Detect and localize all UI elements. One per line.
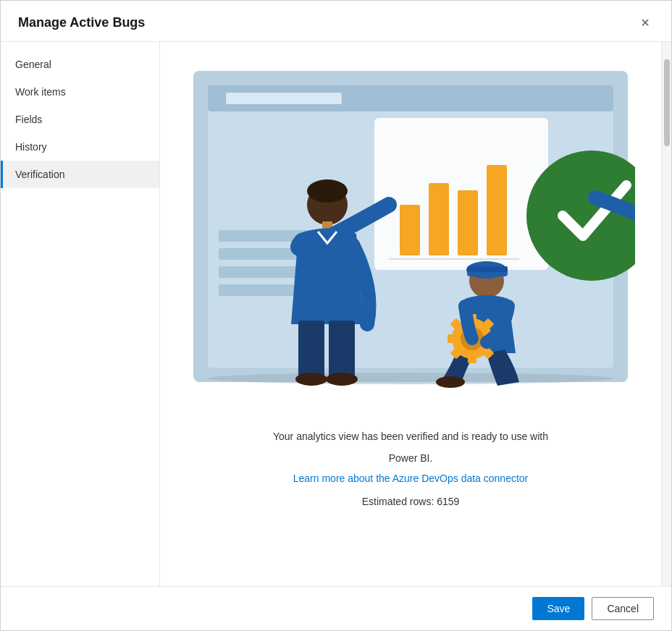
dialog-body: General Work items Fields History Verifi…	[1, 42, 671, 586]
svg-rect-19	[298, 321, 324, 378]
svg-point-22	[326, 373, 358, 386]
svg-rect-9	[400, 205, 420, 255]
close-button[interactable]: ×	[637, 14, 654, 31]
svg-rect-10	[429, 183, 449, 255]
svg-point-15	[208, 373, 613, 384]
estimated-rows-text: Estimated rows: 6159	[362, 496, 460, 507]
verification-illustration	[186, 64, 635, 411]
svg-rect-11	[458, 190, 478, 255]
sidebar-item-history[interactable]: History	[1, 133, 159, 161]
scrollbar[interactable]	[661, 42, 671, 586]
learn-more-link[interactable]: Learn more about the Azure DevOps data c…	[293, 473, 529, 484]
verification-text-line2: Power BI.	[389, 450, 433, 466]
dialog-title: Manage Active Bugs	[18, 15, 145, 30]
dialog-footer: Save Cancel	[1, 586, 671, 630]
sidebar-item-fields[interactable]: Fields	[1, 106, 159, 133]
svg-rect-34	[448, 334, 456, 343]
dialog-header: Manage Active Bugs ×	[1, 1, 671, 42]
cancel-button[interactable]: Cancel	[592, 597, 654, 620]
sidebar-item-general[interactable]: General	[1, 51, 159, 78]
svg-rect-20	[329, 321, 355, 378]
svg-rect-12	[487, 165, 507, 255]
scrollbar-thumb[interactable]	[664, 59, 670, 146]
sidebar-item-work-items[interactable]: Work items	[1, 78, 159, 106]
save-button[interactable]: Save	[532, 597, 584, 620]
svg-point-21	[295, 373, 327, 386]
svg-rect-3	[226, 93, 342, 104]
sidebar-item-verification[interactable]: Verification	[1, 161, 159, 188]
svg-rect-32	[468, 355, 476, 363]
svg-point-17	[307, 179, 348, 203]
illustration-container	[186, 64, 635, 411]
manage-active-bugs-dialog: Manage Active Bugs × General Work items …	[0, 0, 672, 631]
sidebar: General Work items Fields History Verifi…	[1, 42, 160, 586]
main-content: Your analytics view has been verified an…	[160, 42, 661, 586]
verification-text-line1: Your analytics view has been verified an…	[273, 428, 548, 444]
svg-point-27	[436, 376, 465, 388]
svg-rect-26	[467, 266, 508, 272]
